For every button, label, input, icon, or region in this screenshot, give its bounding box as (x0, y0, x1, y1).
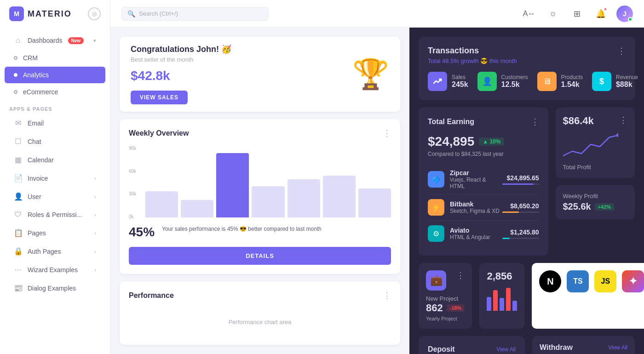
bar-y-label-30k: 30k (129, 191, 136, 196)
aviato-amount: $1,245.80 (502, 228, 539, 236)
profit-mini-chart (563, 131, 628, 160)
view-sales-button[interactable]: VIEW SALES (131, 91, 188, 104)
performance-menu-button[interactable]: ⋮ (383, 291, 391, 301)
tech-deposit-col: N TS JS ✦ (532, 263, 644, 329)
invoice-icon: 📄 (14, 174, 22, 183)
sidebar-item-label: CRM (23, 54, 38, 62)
dashboard-icon: ⌂ (14, 36, 22, 45)
pages-icon: 📋 (14, 228, 22, 237)
zipcar-info: Zipcar Vuejs, React & HTML (450, 169, 502, 189)
txn-menu-button[interactable]: ⋮ (617, 46, 626, 56)
sidebar-item-crm[interactable]: CRM (5, 50, 105, 66)
profit-value-section: $86.4k (563, 115, 594, 127)
dialog-icon: 📰 (14, 284, 22, 292)
sidebar-item-analytics[interactable]: Analytics (5, 67, 105, 83)
earning-amount-display: $24,895 ▲ 10% (428, 134, 539, 149)
congrats-content: Congratulations John! 🥳 Best seller of t… (131, 44, 231, 104)
weekly-description: Your sales performance is 45% 😎 better c… (162, 225, 322, 233)
earning-item-bitbank-left: ⚡ Bitbank Sketch, Figma & XD (428, 199, 500, 216)
earning-item-aviato: ⚙ Aviato HTML & Angular $1,245.80 (428, 221, 539, 246)
weekly-profit-label: Weekly Profit (563, 193, 598, 200)
earning-growth-badge: ▲ 10% (479, 137, 504, 146)
tech-logos-card: N TS JS ✦ (532, 263, 644, 329)
header: 🔍 Search (Ctrl+/) A↔ ☼ ⊞ 🔔 J (110, 0, 644, 28)
aviato-logo: ⚙ (428, 225, 444, 242)
bitbank-progress-fill (502, 211, 519, 213)
sidebar-item-label: eCommerce (23, 88, 58, 96)
search-bar[interactable]: 🔍 Search (Ctrl+/) (121, 7, 269, 21)
zipcar-progress-bar (502, 183, 539, 185)
chevron-right-icon: › (94, 267, 96, 273)
sidebar-collapse-button[interactable]: ◎ (88, 7, 101, 20)
sidebar-item-calendar[interactable]: ▦ Calendar (5, 151, 105, 169)
notification-dot (604, 7, 607, 11)
zipcar-amount-col: $24,895.65 (502, 174, 539, 185)
sidebar-item-label: Roles & Permissi... (28, 211, 82, 218)
mini-stat-card: 2,856 (479, 263, 524, 329)
sidebar-item-dialog[interactable]: 📰 Dialog Examples (5, 279, 105, 297)
withdraw-view-all[interactable]: View All (608, 344, 627, 351)
deposit-view-all[interactable]: View All (496, 346, 516, 353)
earning-item-zipcar-left: 🔷 Zipcar Vuejs, React & HTML (428, 169, 502, 189)
bar-col-4 (252, 186, 284, 217)
earning-item-bitbank: ⚡ Bitbank Sketch, Figma & XD $8,650.20 (428, 194, 539, 221)
main-area: 🔍 Search (Ctrl+/) A↔ ☼ ⊞ 🔔 J Congratulat… (110, 0, 644, 354)
mini-stat-value: 2,856 (487, 270, 517, 282)
theme-toggle-button[interactable]: ☼ (545, 6, 561, 22)
sidebar-item-user[interactable]: 👤 User › (5, 188, 105, 206)
txn-stat-sales-info: Sales 245k (452, 74, 468, 89)
right-metric-col: $86.4k ⋮ Total Profit (556, 108, 635, 256)
nav-dot-analytics (14, 73, 17, 77)
bar-col-1 (145, 191, 178, 217)
wizard-icon: ⋯ (14, 265, 22, 274)
sidebar-item-wizard[interactable]: ⋯ Wizard Examples › (5, 261, 105, 279)
translate-button[interactable]: A↔ (521, 6, 537, 22)
nextjs-logo: N (539, 270, 561, 292)
chevron-right-icon: › (94, 194, 96, 200)
chevron-right-icon: › (94, 176, 96, 181)
np-growth-badge: -18% (447, 304, 465, 312)
aviato-sub: HTML & Angular (450, 234, 490, 240)
section-label-apps: APPS & PAGES (0, 101, 110, 114)
earning-menu-button[interactable]: ⋮ (531, 117, 539, 127)
typescript-logo: TS (567, 270, 589, 292)
weekly-profit-header: Weekly Profit (563, 193, 628, 200)
sidebar-item-invoice[interactable]: 📄 Invoice › (5, 169, 105, 187)
txn-stats-row: Sales 245k 👤 Customers 12.5k 🖥 (428, 72, 626, 91)
sidebar-item-auth[interactable]: 🔒 Auth Pages › (5, 242, 105, 260)
weekly-profit-card: Weekly Profit $25.6k +42% (556, 185, 635, 219)
aviato-name: Aviato (450, 227, 490, 234)
performance-card-header: Performance ⋮ (129, 291, 391, 301)
sidebar-item-email[interactable]: ✉ Email (5, 114, 105, 132)
weekly-percentage: 45% (129, 225, 155, 240)
weekly-menu-button[interactable]: ⋮ (383, 128, 391, 138)
details-button[interactable]: DETAILS (129, 247, 391, 265)
bar-col-5 (288, 179, 320, 217)
avatar[interactable]: J (616, 6, 633, 22)
sidebar-item-roles[interactable]: 🛡 Roles & Permissi... › (5, 206, 105, 223)
np-label: New Project (426, 295, 465, 302)
earning-compare-text: Compared to $84,325 last year (428, 151, 539, 157)
notifications-button[interactable]: 🔔 (592, 6, 609, 22)
np-menu-button[interactable]: ⋮ (456, 270, 465, 280)
aviato-progress-bar (502, 238, 539, 239)
congrats-card: Congratulations John! 🥳 Best seller of t… (120, 37, 400, 112)
txn-title: Transactions (428, 46, 517, 56)
total-profit-card: $86.4k ⋮ Total Profit (556, 108, 635, 178)
sidebar-item-pages[interactable]: 📋 Pages › (5, 224, 105, 242)
grid-view-button[interactable]: ⊞ (569, 6, 585, 22)
bitbank-amount-col: $8,650.20 (502, 202, 539, 213)
txn-stat-customers-info: Customers 12.5k (501, 74, 528, 89)
user-icon: 👤 (14, 192, 22, 201)
sidebar-item-ecommerce[interactable]: eCommerce (5, 84, 105, 100)
products-label: Products (561, 74, 583, 80)
sidebar-item-chat[interactable]: ☐ Chat (5, 132, 105, 150)
profit-menu-button[interactable]: ⋮ (619, 115, 627, 125)
bitbank-logo: ⚡ (428, 199, 444, 216)
bitbank-progress-bar (502, 211, 539, 213)
sidebar-nav: ⌂ Dashboards New ▾ CRM Analytics eCommer… (0, 28, 110, 354)
sidebar-item-dashboards[interactable]: ⌂ Dashboards New ▾ (5, 32, 105, 49)
deposit-withdraw-row: Deposit View All Withdraw View All (419, 336, 635, 354)
txn-stat-customers: 👤 Customers 12.5k (477, 72, 528, 91)
bar-y-labels: 90k 60k 30k 0k (129, 146, 136, 219)
